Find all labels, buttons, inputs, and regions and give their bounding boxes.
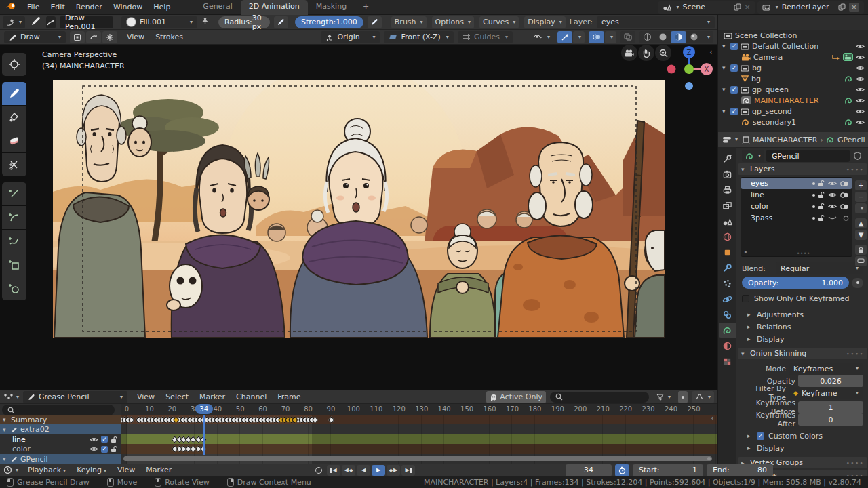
gpencil-layer-row-color[interactable]: color: [741, 201, 852, 212]
eye-icon[interactable]: [828, 192, 837, 198]
shading-dropdown[interactable]: ▾: [702, 31, 713, 43]
renderlayer-selector[interactable]: ▾ RenderLayer ×: [757, 1, 864, 14]
eye-icon[interactable]: [856, 87, 865, 93]
workspace-tab-masking[interactable]: Masking: [308, 0, 355, 15]
topbar-menu-help[interactable]: Help: [148, 2, 176, 12]
gpencil-layer-row-line[interactable]: line: [741, 189, 852, 201]
list-resize-grip[interactable]: ∙∙∙∙: [797, 250, 810, 256]
keyframes-before-field[interactable]: 1: [798, 401, 863, 413]
layers-panel-header[interactable]: ▾ Layers ∙∙∙∙: [738, 163, 867, 175]
dopesheet-menu-marker[interactable]: Marker: [194, 392, 231, 402]
properties-editor-type-button[interactable]: ▾: [722, 136, 738, 144]
camera-view-button[interactable]: [621, 45, 637, 61]
remove-renderlayer-button[interactable]: ×: [849, 3, 859, 12]
tool-line[interactable]: [2, 182, 26, 205]
properties-tab-mod[interactable]: [719, 260, 736, 275]
channel-search-input[interactable]: [2, 405, 115, 415]
prev-keyframe-button[interactable]: ◀◆: [342, 465, 355, 476]
properties-tab-texture[interactable]: [719, 354, 736, 369]
tool-draw[interactable]: [2, 82, 26, 105]
channel-line[interactable]: line ✓: [0, 434, 121, 444]
channel-extra02[interactable]: ▾ extra02: [0, 424, 121, 434]
properties-tab-physics[interactable]: [719, 291, 736, 306]
next-keyframe-button[interactable]: ◆▶: [387, 465, 400, 476]
gpencil-layer-row-eyes[interactable]: eyes: [741, 178, 852, 189]
collection-checkbox[interactable]: ✓: [730, 86, 738, 94]
workspace-tab-general[interactable]: General: [195, 0, 240, 15]
dopesheet-menu-select[interactable]: Select: [160, 392, 194, 402]
tool-cursor[interactable]: [2, 53, 26, 76]
isolate-layer-button[interactable]: [855, 256, 867, 266]
keyframes-after-field[interactable]: 0: [798, 413, 863, 426]
subpanel-display[interactable]: ▸Display: [736, 333, 868, 345]
playback-menu-keying[interactable]: Keying▾: [71, 465, 112, 475]
play-button[interactable]: ▶: [372, 465, 385, 476]
properties-tab-output[interactable]: [719, 182, 736, 197]
topbar-menu-window[interactable]: Window: [108, 2, 148, 12]
tool-circle[interactable]: [2, 277, 26, 300]
blend-mode-dropdown[interactable]: Regular▾: [776, 262, 863, 274]
shading-rendered-button[interactable]: [686, 31, 702, 43]
popover-brush[interactable]: Brush▾: [391, 16, 427, 28]
unlock-icon[interactable]: [111, 436, 118, 443]
collection-checkbox[interactable]: ✓: [730, 43, 738, 50]
expand-icon[interactable]: ▾: [722, 108, 728, 115]
playback-menu-marker[interactable]: Marker: [140, 465, 177, 475]
dopesheet-editor-type-button[interactable]: ▾: [3, 393, 19, 401]
duplicate-icon[interactable]: [838, 3, 846, 11]
eye-icon[interactable]: [856, 119, 865, 125]
show-only-keyframed-checkbox[interactable]: [742, 295, 749, 302]
duplicate-icon[interactable]: [734, 3, 741, 11]
drawing-plane-selector[interactable]: Front (X-Z) ▾: [384, 31, 453, 43]
eye-icon[interactable]: [856, 98, 865, 104]
gizmos-dropdown[interactable]: ▾: [573, 31, 585, 43]
workspace-tab-2d-animation[interactable]: 2D Animation: [241, 0, 308, 15]
mode-selector[interactable]: Draw ▾: [4, 31, 66, 43]
keyframe-diamond[interactable]: [312, 416, 319, 423]
guides-selector[interactable]: Guides ▾: [458, 31, 513, 43]
dopesheet-content[interactable]: 0102030405060708090100110120130140150160…: [0, 404, 717, 464]
eye-icon[interactable]: [828, 215, 837, 221]
properties-tab-scene[interactable]: [719, 214, 736, 228]
tool-erase[interactable]: [2, 129, 26, 152]
onion-opacity-field[interactable]: 0.026: [798, 375, 863, 387]
eye-icon[interactable]: [856, 108, 865, 115]
collection-checkbox[interactable]: ✓: [730, 64, 738, 72]
viewport-canvas-artwork[interactable]: [53, 80, 665, 338]
dopesheet-menu-view[interactable]: View: [132, 392, 160, 402]
horizontal-scrollbar[interactable]: [123, 456, 712, 461]
outliner-row-camera[interactable]: Camera: [718, 52, 868, 62]
expand-icon[interactable]: ▾: [722, 43, 728, 49]
layer-specials-button[interactable]: ▾: [855, 203, 867, 214]
outliner-row-bg[interactable]: bg: [718, 73, 868, 84]
active-tool-icon[interactable]: [31, 16, 41, 28]
unlock-icon[interactable]: [818, 191, 825, 199]
frame-end-field[interactable]: End: 80: [707, 464, 773, 476]
properties-tab-viewlayer[interactable]: [719, 198, 736, 213]
show-object-types-button[interactable]: ▾: [530, 31, 553, 43]
overlays-dropdown[interactable]: ▾: [605, 31, 616, 43]
pin-material-icon[interactable]: [201, 17, 209, 27]
onion-skinning-panel-header[interactable]: ▾ Onion Skinning ∙∙∙∙: [738, 348, 867, 359]
properties-tab-tool[interactable]: [719, 151, 736, 166]
eye-icon[interactable]: [90, 446, 98, 452]
keyframe-interp-button[interactable]: ▾: [692, 391, 714, 403]
channel-gpencil[interactable]: ▾ GPencil: [0, 454, 121, 464]
breadcrumb-object[interactable]: MAINCHARACTER: [753, 136, 818, 144]
unlock-icon[interactable]: [818, 180, 825, 187]
eye-icon[interactable]: [828, 180, 837, 186]
collection-checkbox[interactable]: ✓: [730, 108, 738, 115]
play-reverse-button[interactable]: ◀: [357, 465, 370, 476]
channel-color[interactable]: color ✓: [0, 444, 121, 454]
eye-icon[interactable]: [856, 54, 865, 60]
outliner-row-gp_queen[interactable]: ▾✓gp_queen: [718, 84, 868, 95]
gpencil-datablock-selector[interactable]: ▾: [742, 150, 764, 162]
channel-checkbox[interactable]: ✓: [101, 446, 108, 453]
lock-others-button[interactable]: [855, 245, 867, 255]
current-frame-line[interactable]: [203, 415, 205, 455]
keyframe-diamond[interactable]: [128, 416, 135, 423]
tool-box[interactable]: [2, 253, 26, 277]
current-frame-field[interactable]: 34: [566, 464, 612, 476]
tool-cutter[interactable]: [2, 153, 26, 176]
dopesheet-search-input[interactable]: [550, 392, 649, 403]
